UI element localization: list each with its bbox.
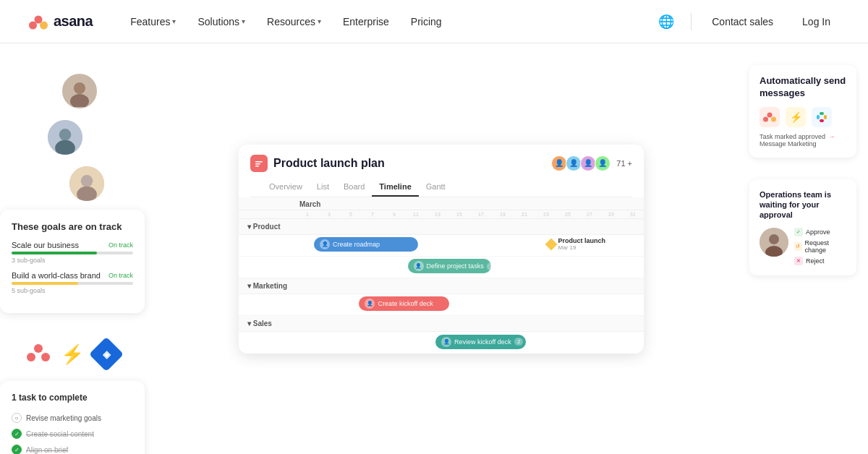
section-label: ▾ Product: [247, 223, 281, 231]
tab-overview[interactable]: Overview: [262, 178, 310, 197]
chevron-icon: ▾: [242, 17, 245, 25]
day-num: 15: [448, 212, 470, 217]
card-header: Product launch plan 👤 👤 👤 👤 71 + Overvie…: [239, 145, 644, 197]
svg-point-8: [55, 140, 75, 156]
integration-icons: ⚡: [760, 107, 846, 127]
milestone-diamond: [545, 239, 557, 251]
task-checkbox-done[interactable]: ✓: [12, 445, 22, 454]
reject-icon: ✕: [794, 257, 803, 265]
day-num: 29: [600, 212, 622, 217]
nav-features[interactable]: Features ▾: [122, 10, 184, 33]
chevron-icon: ▾: [172, 17, 176, 25]
row-track: 👤 Create roadmap Product launch Mar 19: [297, 236, 644, 254]
day-num: 31: [622, 212, 644, 217]
asana-dots-icon: [26, 343, 51, 366]
approval-actions: ✓ Approve ↺ Request change ✕ Reject: [794, 228, 846, 265]
section-product: ▾ Product: [239, 219, 644, 235]
svg-rect-16: [255, 161, 263, 163]
tab-list[interactable]: List: [310, 178, 336, 197]
svg-rect-24: [824, 115, 827, 119]
goal-status: On track: [109, 241, 133, 249]
task-checkbox[interactable]: ○: [12, 413, 22, 423]
card-title: Product launch plan: [273, 157, 554, 170]
nav-enterprise[interactable]: Enterprise: [334, 10, 398, 33]
icons-row: ⚡ ◈: [26, 342, 119, 367]
slack-integration-icon: [812, 107, 832, 127]
reject-button[interactable]: ✕ Reject: [794, 257, 846, 265]
login-button[interactable]: Log In: [793, 10, 839, 33]
nav-solutions[interactable]: Solutions ▾: [189, 10, 254, 33]
nav-right: 🌐 Contact sales Log In: [653, 9, 839, 35]
svg-point-20: [763, 116, 768, 121]
bar-avatar: 👤: [365, 299, 375, 309]
goal-bar: [12, 252, 133, 254]
svg-rect-22: [817, 115, 820, 119]
task-checkbox-done[interactable]: ✓: [12, 429, 22, 439]
goals-title: These goals are on track: [12, 221, 133, 232]
request-change-button[interactable]: ↺ Request change: [794, 239, 846, 254]
nav-resources[interactable]: Resources ▾: [258, 10, 330, 33]
day-num: 1: [297, 212, 318, 217]
approve-button[interactable]: ✓ Approve: [794, 228, 846, 236]
logo[interactable]: asana: [29, 13, 93, 30]
gantt-bar-create-roadmap[interactable]: 👤 Create roadmap: [314, 237, 418, 252]
contact-sales-link[interactable]: Contact sales: [703, 10, 782, 33]
tab-gantt[interactable]: Gantt: [419, 178, 453, 197]
svg-point-11: [77, 187, 97, 202]
tab-board[interactable]: Board: [336, 178, 372, 197]
avatar: 👤: [595, 155, 610, 171]
nav-divider: [691, 13, 692, 30]
logo-dots: [29, 14, 48, 30]
svg-point-10: [81, 175, 93, 187]
auto-message-card: Automatically send messages ⚡: [749, 65, 856, 158]
day-num: 25: [557, 212, 579, 217]
approval-body: ✓ Approve ↺ Request change ✕ Reject: [760, 228, 846, 265]
svg-point-13: [27, 353, 35, 361]
globe-button[interactable]: 🌐: [653, 9, 679, 35]
left-panel: These goals are on track Scale our busin…: [0, 43, 145, 454]
row-track: 👤 Define project tasks 1: [297, 257, 644, 276]
center-panel: Product launch plan 👤 👤 👤 👤 71 + Overvie…: [145, 43, 738, 454]
goal-item: Scale our business On track 3 sub-goals: [12, 241, 133, 264]
timeline-card: Product launch plan 👤 👤 👤 👤 71 + Overvie…: [239, 145, 644, 354]
svg-rect-17: [255, 163, 260, 165]
section-marketing: ▾ Marketing: [239, 278, 644, 294]
day-num: 23: [535, 212, 557, 217]
card-title-row: Product launch plan 👤 👤 👤 👤 71 +: [250, 155, 632, 172]
bar-avatar: 👤: [441, 337, 451, 347]
day-num: 17: [470, 212, 492, 217]
gantt-bar-kickoff[interactable]: 👤 Create kickoff deck: [359, 296, 449, 311]
svg-point-4: [74, 82, 85, 94]
task-count-badge: 2: [514, 338, 523, 346]
milestone-label: Product launch Mar 19: [558, 237, 606, 251]
right-panel: Automatically send messages ⚡: [738, 43, 868, 454]
avatar-count: 71 +: [616, 159, 632, 168]
avatar: [46, 119, 84, 156]
goals-card: These goals are on track Scale our busin…: [0, 210, 145, 313]
day-num: 13: [427, 212, 448, 217]
goal-sub: 3 sub-goals: [12, 257, 133, 264]
timeline-row: 👤 Create kickoff deck: [239, 294, 644, 316]
day-num: 9: [383, 212, 405, 217]
section-label: ▾ Sales: [247, 320, 272, 327]
task-item: ✓ Create social content: [12, 426, 133, 442]
task-label: Create social content: [26, 430, 94, 438]
nav-pricing[interactable]: Pricing: [402, 10, 451, 33]
gantt-bar-review[interactable]: 👤 Review kickoff deck 2: [435, 335, 526, 349]
gantt-bar-define-tasks[interactable]: 👤 Define project tasks 1: [408, 259, 491, 273]
svg-rect-25: [820, 119, 824, 122]
tasks-card: 1 task to complete ○ Revise marketing go…: [0, 381, 145, 454]
task-item: ○ Revise marketing goals: [12, 410, 133, 426]
goal-fill: [12, 252, 97, 254]
day-num: 27: [579, 212, 600, 217]
section-sales: ▾ Sales: [239, 316, 644, 332]
section-label: ▾ Marketing: [247, 282, 287, 290]
svg-point-0: [35, 15, 43, 23]
tasks-title: 1 task to complete: [12, 393, 133, 403]
tab-timeline[interactable]: Timeline: [372, 178, 418, 197]
day-num: 3: [318, 212, 340, 217]
row-track: 👤 Create kickoff deck: [297, 295, 644, 314]
tab-row: Overview List Board Timeline Gantt: [250, 178, 632, 197]
navbar: asana Features ▾ Solutions ▾ Resources ▾…: [0, 0, 868, 43]
task-count-badge: 1: [487, 262, 491, 270]
